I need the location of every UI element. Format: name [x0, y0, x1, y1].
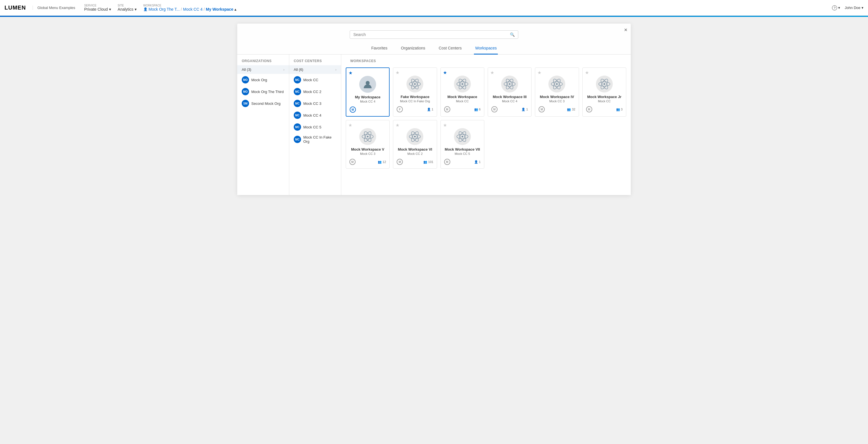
list-item[interactable]: SM Second Mock Org: [237, 97, 289, 109]
workspace-badge: F: [397, 106, 403, 113]
workspace-card-mock-workspace-iii[interactable]: ★ Mock Workspace IIIMock CC 4M👤1: [488, 67, 531, 117]
svg-point-0: [366, 81, 370, 85]
workspace-name: My Workspace: [355, 95, 381, 99]
organizations-header: Organizations: [237, 59, 289, 65]
workspace-name: Fake Workspace: [401, 95, 429, 99]
service-dropdown[interactable]: Private Cloud ▾: [84, 7, 111, 11]
svg-point-20: [603, 83, 605, 85]
count-icon: 👥: [423, 160, 427, 164]
workspace-count: 👤1: [521, 107, 528, 111]
workspace-name: Mock Workspace IV: [540, 95, 574, 99]
workspace-badge: M: [444, 106, 450, 113]
list-item[interactable]: MC Mock CC 4: [289, 109, 341, 121]
close-button[interactable]: ×: [624, 27, 627, 33]
workspace-footer: M👤1: [491, 105, 528, 113]
workspace-badge: M: [397, 159, 403, 165]
workspace-card-fake-workspace[interactable]: ★ Fake WorkspaceMock CC In Fake OrgF👤1: [393, 67, 437, 117]
svg-point-24: [367, 136, 369, 137]
workspace-count: 👤1: [474, 160, 480, 164]
workspace-cc: Mock CC: [598, 99, 611, 103]
workspace-card-mock-workspace-v[interactable]: ★ Mock Workspace VMock CC 3M👥12: [346, 120, 390, 169]
logo: LUMEN: [4, 4, 26, 11]
star-icon[interactable]: ★: [348, 70, 352, 75]
cost-centers-column: Cost Centers All (6) › MC Mock CC MC Moc…: [289, 55, 341, 195]
star-icon[interactable]: ★: [585, 70, 589, 75]
workspace-footer: M👤1: [444, 158, 480, 165]
workspace-name: Mock Workspace VII: [445, 147, 480, 152]
user-menu[interactable]: John Doe ▾: [845, 6, 864, 10]
workspace-card-mock-workspace-vii[interactable]: ★ Mock Workspace VIIMock CC 5M👤1: [440, 120, 484, 169]
workspace-cc: Mock CC 2: [407, 152, 423, 155]
workspace-card-mock-workspace-iv[interactable]: ★ Mock Workspace IVMock CC 3M👥32: [535, 67, 579, 117]
workspace-footer: M👥101: [397, 158, 433, 165]
workspace-cc: Mock CC 3: [549, 99, 564, 103]
svg-point-4: [414, 83, 416, 85]
workspace-count: 👥3: [616, 107, 623, 111]
workspace-count: 👥101: [423, 160, 433, 164]
atom-icon: [454, 75, 471, 92]
tab-cost-centers[interactable]: Cost Centers: [438, 43, 463, 55]
workspace-count: 👥6: [474, 107, 480, 111]
count-icon: 👥: [474, 107, 478, 111]
tab-organizations[interactable]: Organizations: [400, 43, 426, 55]
tab-favorites[interactable]: Favorites: [370, 43, 389, 55]
workspaces-column: Workspaces ★ My WorkspaceMock CC 4M★ Fak…: [341, 55, 631, 195]
header-right: ? ▾ John Doe ▾: [832, 5, 864, 10]
star-icon[interactable]: ★: [348, 123, 352, 128]
cost-centers-header: Cost Centers: [289, 59, 341, 65]
chevron-right-icon: ›: [335, 67, 337, 72]
site-dropdown[interactable]: Analytics ▾: [118, 7, 136, 11]
list-item[interactable]: MC Mock CC 3: [289, 97, 341, 109]
star-icon[interactable]: ★: [443, 123, 447, 128]
search-input[interactable]: [353, 32, 510, 37]
nav-tabs: Favorites Organizations Cost Centers Wor…: [237, 39, 631, 55]
count-value: 12: [382, 160, 386, 163]
all-orgs-item[interactable]: All (3) ›: [237, 65, 289, 74]
workspace-cc: Mock CC: [456, 99, 469, 103]
workspace-card-mock-workspace-vi[interactable]: ★ Mock Workspace VIMock CC 2M👥101: [393, 120, 437, 169]
star-icon[interactable]: ★: [443, 70, 447, 75]
workspace-card-my-workspace[interactable]: ★ My WorkspaceMock CC 4M: [346, 67, 390, 117]
list-item[interactable]: MC Mock CC In Fake Org: [289, 133, 341, 146]
tab-workspaces[interactable]: Workspaces: [474, 43, 498, 55]
workspace-count: 👥32: [567, 107, 575, 111]
workspace-card-mock-workspace[interactable]: ★ Mock WorkspaceMock CCM👥6: [440, 67, 484, 117]
count-icon: 👤: [521, 107, 525, 111]
count-value: 1: [526, 107, 528, 111]
list-item[interactable]: MO Mock Org: [237, 74, 289, 86]
list-item[interactable]: MC Mock CC 2: [289, 86, 341, 97]
svg-point-32: [462, 136, 463, 137]
atom-icon: [501, 75, 518, 92]
workspace-footer: F👤1: [397, 105, 433, 113]
star-icon[interactable]: ★: [537, 70, 541, 75]
list-item[interactable]: MC Mock CC: [289, 74, 341, 86]
count-value: 3: [621, 107, 623, 111]
star-icon[interactable]: ★: [396, 70, 399, 75]
count-value: 1: [432, 107, 433, 111]
workspaces-grid: ★ My WorkspaceMock CC 4M★ Fake Workspace…: [346, 67, 626, 169]
search-area: 🔍: [237, 24, 631, 39]
help-button[interactable]: ? ▾: [832, 5, 840, 10]
list-item[interactable]: MO Mock Org The Third: [237, 86, 289, 97]
count-icon: 👥: [616, 107, 620, 111]
star-icon[interactable]: ★: [396, 123, 399, 128]
list-item[interactable]: MC Mock CC 5: [289, 121, 341, 133]
workspaces-header: Workspaces: [346, 59, 626, 65]
all-cc-item[interactable]: All (6) ›: [289, 65, 341, 74]
atom-icon: [406, 128, 423, 145]
star-icon[interactable]: ★: [490, 70, 494, 75]
chevron-down-icon: ▾: [135, 7, 136, 11]
avatar: MC: [294, 76, 301, 84]
workspace-footer: M👥32: [538, 105, 575, 113]
workspace-footer: M👥6: [444, 105, 480, 113]
workspace-breadcrumb: Workspace 👤 Mock Org The T... / Mock CC …: [143, 4, 237, 11]
workspace-card-mock-workspace-jr[interactable]: ★ Mock Workspace JrMock CCM👥3: [582, 67, 626, 117]
count-icon: 👤: [427, 107, 431, 111]
workspace-name: Mock Workspace V: [351, 147, 384, 152]
svg-point-16: [556, 83, 558, 85]
workspace-nav[interactable]: 👤 Mock Org The T... / Mock CC 4 / My Wor…: [143, 7, 237, 11]
workspace-badge: M: [350, 106, 356, 113]
content-area: Organizations All (3) › MO Mock Org MO M…: [237, 55, 631, 195]
count-value: 6: [479, 107, 480, 111]
workspace-footer: M: [350, 105, 386, 113]
